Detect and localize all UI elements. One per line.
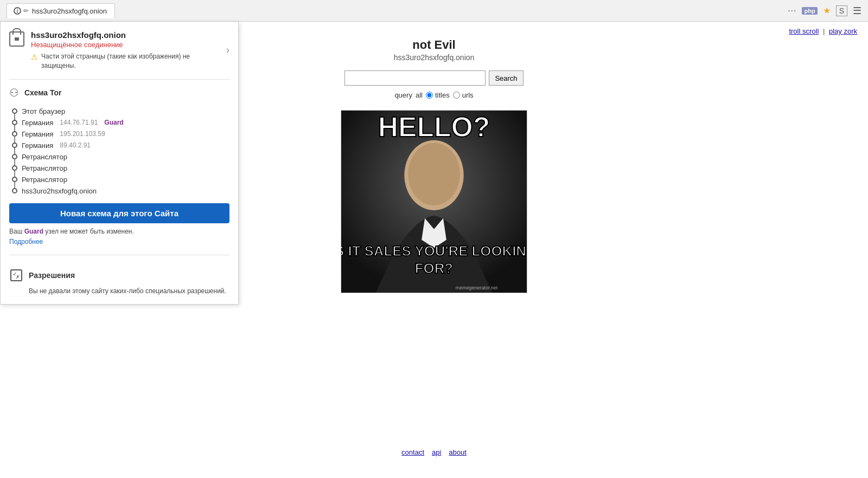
- chain-node: Германия195.201.103.59: [12, 128, 229, 140]
- chain-node-label: hss3uro2hsxfogfq.onion: [22, 187, 97, 195]
- chevron-right-icon[interactable]: ›: [226, 44, 229, 56]
- perms-header: ✓ ✗ Разрешения: [9, 268, 229, 282]
- svg-point-2: [408, 143, 459, 205]
- browser-tab[interactable]: i ✏ hss3uro2hsxfogfq.onion: [7, 3, 115, 18]
- chain-node-ip: 144.76.71.91: [60, 119, 98, 126]
- chain-node: hss3uro2hsxfogfq.onion: [12, 185, 229, 197]
- security-text: hss3uro2hsxfogfq.onion Незащищённое соед…: [31, 30, 220, 70]
- svg-text:IS IT SALES YOU'RE LOOKING: IS IT SALES YOU'RE LOOKING: [341, 243, 527, 259]
- chain-node-label: Германия: [22, 141, 53, 150]
- browser-right: ··· php ★ S ☰: [788, 5, 861, 17]
- permissions-icon: ✓ ✗: [9, 268, 23, 282]
- chain-dot-icon: [12, 120, 17, 125]
- meme-image: HELLO? IS IT SALES YOU'RE LOOKING FOR? m…: [341, 110, 527, 293]
- perms-title: Разрешения: [29, 271, 75, 280]
- three-dots-icon[interactable]: ···: [788, 6, 796, 16]
- tor-title: Схема Tor: [24, 88, 62, 97]
- menu-icon[interactable]: ☰: [853, 5, 861, 17]
- perms-description: Вы не давали этому сайту каких-либо спец…: [9, 287, 229, 296]
- search-row: Search: [344, 70, 523, 86]
- browser-bar: i ✏ hss3uro2hsxfogfq.onion ··· php ★ S ☰: [0, 0, 868, 22]
- tor-icon: ⚇: [9, 86, 19, 99]
- security-dropdown: hss3uro2hsxfogfq.onion Незащищённое соед…: [0, 22, 239, 305]
- guard-note-prefix: Ваш: [9, 228, 24, 235]
- chain-node-label: Ретранслятор: [22, 176, 67, 184]
- chain-dot-icon: [12, 188, 17, 193]
- more-link[interactable]: Подробнее: [9, 238, 43, 246]
- star-icon[interactable]: ★: [823, 5, 831, 16]
- tor-chain: Этот браузерГермания144.76.71.91GuardГер…: [9, 106, 229, 197]
- new-circuit-button[interactable]: Новая схема для этого Сайта: [9, 203, 229, 223]
- chain-node-ip: 195.201.103.59: [60, 130, 105, 138]
- urls-radio[interactable]: [453, 92, 460, 99]
- api-link[interactable]: api: [432, 448, 441, 456]
- chain-dot-icon: [12, 131, 17, 137]
- tor-header: ⚇ Схема Tor: [9, 86, 229, 99]
- warning-text: Части этой страницы (такие как изображен…: [41, 52, 220, 70]
- all-label: all: [416, 91, 423, 99]
- titles-label: titles: [435, 91, 450, 99]
- query-label: query: [394, 91, 412, 99]
- chain-dot-icon: [12, 108, 17, 114]
- meme-svg: HELLO? IS IT SALES YOU'RE LOOKING FOR? m…: [341, 111, 527, 293]
- chain-node: Германия144.76.71.91Guard: [12, 117, 229, 128]
- contact-link[interactable]: contact: [401, 448, 424, 456]
- guard-note-suffix: узел не может быть изменен.: [45, 228, 134, 235]
- pencil-icon: ✏: [23, 7, 29, 15]
- tor-section: ⚇ Схема Tor Этот браузерГермания144.76.7…: [9, 86, 229, 255]
- lock-icon: [9, 31, 24, 47]
- svg-text:FOR?: FOR?: [415, 261, 453, 276]
- titles-radio[interactable]: [426, 92, 433, 99]
- popup-domain: hss3uro2hsxfogfq.onion: [31, 30, 220, 40]
- chain-dot-icon: [12, 154, 17, 159]
- permissions-section: ✓ ✗ Разрешения Вы не давали этому сайту …: [9, 262, 229, 296]
- urls-label: urls: [462, 91, 474, 99]
- checkbox-icon: ✓ ✗: [10, 269, 22, 281]
- tab-icon: i ✏: [14, 7, 29, 15]
- tab-title: hss3uro2hsxfogfq.onion: [32, 7, 107, 15]
- guard-note: Ваш Guard узел не может быть изменен.: [9, 228, 229, 235]
- site-domain: hss3uro2hsxfogfq.onion: [394, 53, 475, 62]
- php-badge: php: [802, 7, 817, 15]
- svg-text:memegenerator.net: memegenerator.net: [456, 285, 498, 290]
- chain-node: Ретранслятор: [12, 174, 229, 185]
- chain-node-label: Этот браузер: [22, 107, 65, 115]
- urls-radio-label[interactable]: urls: [453, 91, 474, 99]
- chain-node: Ретранслятор: [12, 163, 229, 174]
- sync-icon[interactable]: S: [836, 5, 847, 16]
- warning-icon: ⚠: [31, 53, 38, 61]
- chain-node: Этот браузер: [12, 106, 229, 117]
- insecure-label: Незащищённое соединение: [31, 41, 220, 49]
- chain-node-label: Ретранслятор: [22, 164, 67, 172]
- chain-dot-icon: [12, 165, 17, 171]
- security-section: hss3uro2hsxfogfq.onion Незащищённое соед…: [9, 30, 229, 80]
- chain-node: Германия89.40.2.91: [12, 140, 229, 151]
- chain-dot-icon: [12, 177, 17, 182]
- chain-node-label: Германия: [22, 130, 53, 138]
- warning-row: ⚠ Части этой страницы (такие как изображ…: [31, 52, 220, 70]
- footer-links: contact api about: [401, 448, 467, 456]
- search-input[interactable]: [344, 70, 486, 86]
- guard-badge: Guard: [104, 119, 123, 126]
- about-link[interactable]: about: [449, 448, 467, 456]
- chain-node-label: Ретранслятор: [22, 153, 67, 161]
- chain-node-ip: 89.40.2.91: [60, 141, 91, 149]
- guard-word: Guard: [24, 228, 43, 235]
- site-title: not Evil: [412, 38, 455, 52]
- filter-row: query all titles urls: [394, 91, 473, 99]
- x-mark: ✗: [16, 274, 20, 280]
- svg-text:HELLO?: HELLO?: [378, 111, 490, 143]
- chain-node-label: Германия: [22, 119, 53, 127]
- info-icon: i: [14, 7, 21, 15]
- chain-dot-icon: [12, 143, 17, 148]
- titles-radio-label[interactable]: titles: [426, 91, 450, 99]
- chain-node: Ретранслятор: [12, 151, 229, 163]
- search-button[interactable]: Search: [489, 70, 523, 86]
